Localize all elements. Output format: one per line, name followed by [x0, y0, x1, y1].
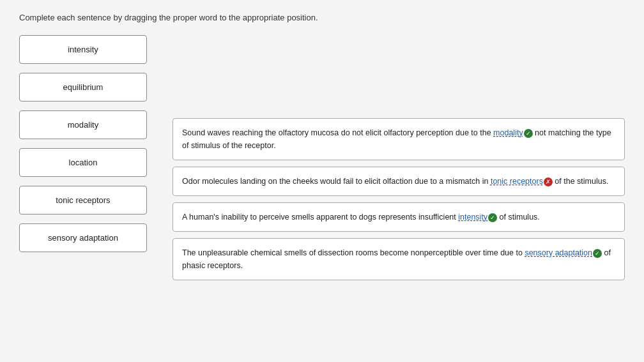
instruction-text: Complete each sentence by dragging the p… [19, 13, 625, 22]
sentence-3-check-icon: ✓ [488, 213, 497, 222]
sentence-2: Odor molecules landing on the cheeks wou… [172, 167, 625, 196]
word-bank: intensity equilibrium modality location … [19, 35, 147, 252]
word-card-equilibrium[interactable]: equilibrium [19, 73, 147, 102]
sentence-1-check-icon: ✓ [524, 129, 533, 138]
word-card-sensory-adaptation[interactable]: sensory adaptation [19, 223, 147, 252]
word-card-intensity[interactable]: intensity [19, 35, 147, 64]
sentence-1-text-before: Sound waves reaching the olfactory mucos… [182, 128, 493, 137]
sentence-2-text-before: Odor molecules landing on the cheeks wou… [182, 177, 491, 186]
sentence-2-text-after: of the stimulus. [553, 177, 609, 186]
sentence-2-check-icon: ✗ [544, 177, 553, 186]
sentence-3-answer: intensity [458, 213, 487, 222]
sentences-area: Sound waves reaching the olfactory mucos… [172, 118, 625, 280]
sentence-4: The unpleasurable chemical smells of dis… [172, 238, 625, 280]
word-card-location[interactable]: location [19, 148, 147, 177]
sentence-1-answer: modality [493, 128, 523, 137]
word-card-modality[interactable]: modality [19, 110, 147, 139]
sentence-3: A human's inability to perceive smells a… [172, 202, 625, 232]
sentence-1: Sound waves reaching the olfactory mucos… [172, 118, 625, 160]
main-layout: intensity equilibrium modality location … [19, 35, 625, 280]
sentence-4-text-before: The unpleasurable chemical smells of dis… [182, 248, 525, 257]
sentence-3-text-before: A human's inability to perceive smells a… [182, 213, 458, 222]
sentence-3-text-after: of stimulus. [497, 213, 540, 222]
sentence-4-check-icon: ✓ [593, 249, 602, 258]
sentence-2-answer: tonic receptors [491, 177, 543, 186]
word-card-tonic-receptors[interactable]: tonic receptors [19, 186, 147, 215]
sentence-4-answer: sensory adaptation [525, 248, 592, 257]
